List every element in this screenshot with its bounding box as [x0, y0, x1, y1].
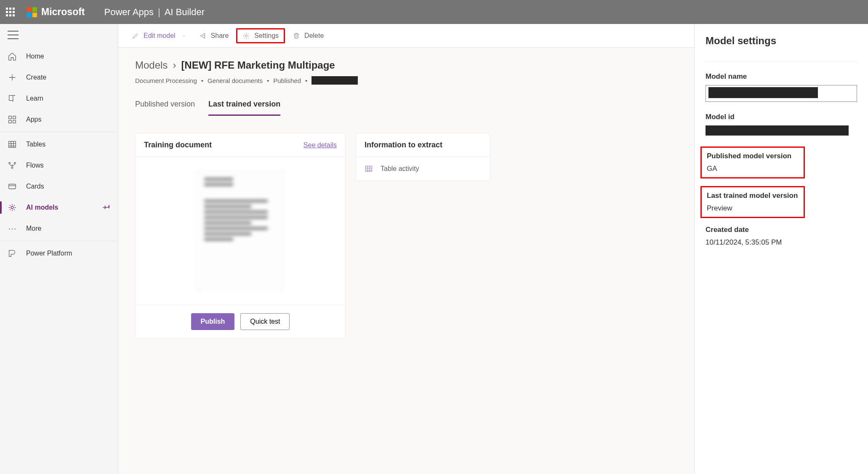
page-title: [NEW] RFE Marketing Multipage: [181, 59, 335, 71]
meta-redacted: [312, 76, 358, 85]
delete-button[interactable]: Delete: [288, 29, 329, 42]
nav-label: Power Platform: [26, 250, 72, 257]
nav-learn[interactable]: Learn: [0, 88, 118, 109]
published-version-value: GA: [707, 165, 799, 173]
microsoft-logo: Microsoft: [27, 6, 85, 18]
cmd-label: Settings: [254, 32, 279, 40]
card-title: Information to extract: [365, 141, 442, 149]
app-name[interactable]: Power Apps: [104, 7, 154, 18]
card-icon: [8, 182, 17, 191]
nav-label: More: [26, 225, 41, 232]
cmd-label: Edit model: [144, 32, 176, 40]
left-nav: Home Create Learn Apps Tables: [0, 24, 118, 474]
quick-test-button[interactable]: Quick test: [240, 313, 290, 330]
published-version-group: Published model version GA: [700, 146, 805, 178]
edit-model-button[interactable]: Edit model: [127, 29, 192, 42]
svg-point-7: [11, 167, 13, 169]
published-version-label: Published model version: [707, 152, 799, 160]
nav-more[interactable]: ⋯ More: [0, 218, 118, 239]
table-icon: [365, 165, 373, 173]
nav-create[interactable]: Create: [0, 67, 118, 88]
share-button[interactable]: Share: [194, 29, 234, 42]
content-area: Edit model Share Settings Delete Models …: [118, 24, 694, 474]
breadcrumb-root[interactable]: Models: [135, 59, 168, 71]
svg-rect-2: [9, 120, 11, 123]
nav-label: AI models: [26, 204, 58, 211]
svg-rect-4: [9, 141, 16, 148]
last-trained-version-group: Last trained model version Preview: [700, 186, 805, 218]
model-name-input[interactable]: [706, 85, 857, 102]
menu-toggle-icon[interactable]: [8, 31, 19, 39]
meta-subtype: General documents: [208, 77, 263, 84]
information-extract-card: Information to extract Table activity: [356, 133, 490, 181]
tab-last-trained-version[interactable]: Last trained version: [208, 100, 280, 116]
nav-apps[interactable]: Apps: [0, 109, 118, 130]
svg-point-9: [11, 206, 13, 209]
created-date-label: Created date: [706, 226, 857, 234]
share-icon: [199, 32, 207, 40]
nav-home[interactable]: Home: [0, 46, 118, 67]
power-platform-icon: [8, 249, 17, 258]
app-launcher-icon[interactable]: [6, 8, 15, 17]
model-settings-panel: Model settings Model name Model id Publi…: [694, 24, 868, 474]
nav-label: Cards: [26, 183, 44, 190]
training-document-card: Training document See details P: [135, 133, 346, 339]
cmd-label: Share: [211, 32, 229, 40]
gear-icon: [242, 32, 250, 40]
breadcrumb: Models › [NEW] RFE Marketing Multipage: [135, 59, 677, 71]
nav-cards[interactable]: Cards: [0, 176, 118, 197]
svg-rect-3: [13, 120, 16, 123]
info-row-label: Table activity: [381, 165, 419, 173]
trash-icon: [293, 32, 300, 40]
nav-label: Flows: [26, 162, 44, 169]
app-section[interactable]: AI Builder: [165, 7, 205, 18]
version-tabs: Published version Last trained version: [135, 100, 677, 116]
model-name-redacted: [708, 87, 818, 98]
model-id-redacted: [706, 125, 849, 136]
book-icon: [8, 94, 17, 103]
meta-status: Published: [273, 77, 301, 84]
pin-icon[interactable]: [103, 203, 110, 212]
more-icon: ⋯: [8, 224, 17, 233]
chevron-right-icon: ›: [173, 59, 176, 71]
settings-button[interactable]: Settings: [236, 28, 285, 43]
home-icon: [8, 52, 17, 61]
publish-button[interactable]: Publish: [191, 313, 235, 330]
command-bar: Edit model Share Settings Delete: [118, 24, 694, 48]
nav-label: Tables: [26, 141, 45, 148]
info-row-table-activity[interactable]: Table activity: [356, 157, 490, 181]
model-id-label: Model id: [706, 113, 857, 121]
plus-icon: [8, 73, 17, 82]
created-date-value: 10/11/2024, 5:35:05 PM: [706, 238, 857, 247]
nav-label: Home: [26, 53, 44, 60]
cmd-label: Delete: [304, 32, 324, 40]
model-meta: Document Processing• General documents• …: [135, 76, 677, 85]
table-icon: [8, 140, 17, 149]
ai-model-icon: [8, 203, 17, 212]
nav-tables[interactable]: Tables: [0, 134, 118, 155]
nav-flows[interactable]: Flows: [0, 155, 118, 176]
nav-ai-models[interactable]: AI models: [0, 197, 118, 218]
svg-point-5: [9, 162, 11, 164]
brand-text: Microsoft: [41, 6, 85, 18]
svg-point-6: [14, 162, 16, 164]
apps-icon: [8, 115, 17, 124]
document-thumbnail: [196, 170, 285, 292]
chevron-down-icon: [181, 33, 186, 38]
tab-published-version[interactable]: Published version: [135, 100, 195, 116]
nav-power-platform[interactable]: Power Platform: [0, 243, 118, 264]
see-details-link[interactable]: See details: [304, 141, 337, 149]
flow-icon: [8, 161, 17, 170]
nav-label: Apps: [26, 116, 41, 123]
meta-type: Document Processing: [135, 77, 197, 84]
created-date-group: Created date 10/11/2024, 5:35:05 PM: [706, 226, 857, 247]
nav-label: Create: [26, 74, 46, 81]
last-trained-version-value: Preview: [707, 204, 799, 213]
svg-rect-8: [9, 184, 16, 189]
nav-label: Learn: [26, 95, 43, 102]
svg-rect-11: [366, 166, 372, 171]
microsoft-logo-icon: [27, 7, 37, 17]
app-title: Power Apps | AI Builder: [104, 7, 205, 18]
card-title: Training document: [144, 141, 212, 149]
panel-title: Model settings: [706, 35, 857, 47]
